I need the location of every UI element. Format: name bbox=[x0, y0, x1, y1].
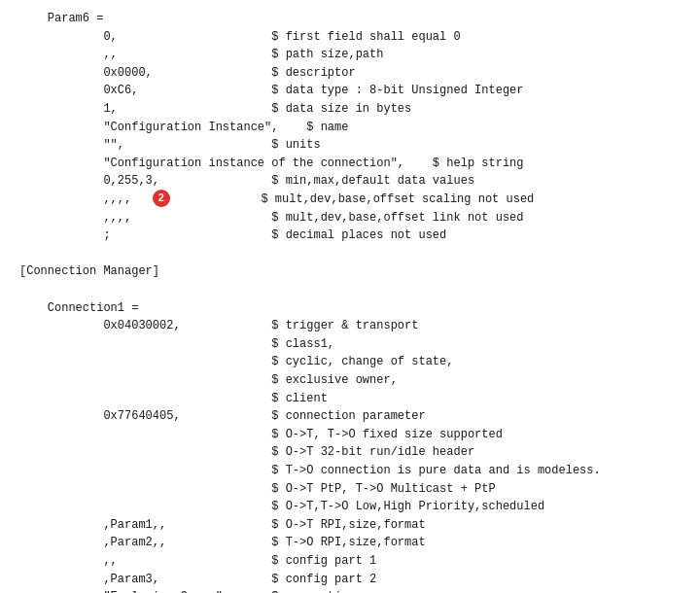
code-line: Param6 = bbox=[19, 10, 681, 28]
code-line: $ O->T,T->O Low,High Priority,scheduled bbox=[19, 498, 681, 516]
code-line: ,Param2,, $ T->O RPI,size,format bbox=[19, 534, 681, 552]
code-line: ; $ decimal places not used bbox=[19, 227, 681, 245]
connection-manager-section: [Connection Manager] Connection1 = 0x040… bbox=[19, 262, 681, 593]
code-line: "Configuration instance of the connectio… bbox=[19, 155, 681, 173]
code-line: 0,255,3, $ min,max,default data values bbox=[19, 172, 681, 191]
blank-line bbox=[19, 245, 681, 263]
code-line: 0x04030002, $ trigger & transport bbox=[19, 317, 681, 335]
code-line: $ T->O connection is pure data and is mo… bbox=[19, 462, 681, 480]
code-line: ,,,, $ mult,dev,base,offset link not use… bbox=[19, 209, 681, 227]
code-line: $ O->T, T->O fixed size supported bbox=[19, 426, 681, 444]
blank-line bbox=[19, 281, 681, 299]
badge-2[interactable]: 2 bbox=[153, 190, 170, 207]
code-line: $ class1, bbox=[19, 335, 681, 354]
code-line: 0, $ first field shall equal 0 bbox=[19, 28, 681, 47]
code-line: "", $ units bbox=[19, 136, 681, 155]
code-line: $ O->T PtP, T->O Multicast + PtP bbox=[19, 480, 681, 499]
code-line: ,,,, 2 $ mult,dev,base,offset scaling no… bbox=[19, 191, 681, 209]
code-line: ,, $ config part 1 bbox=[19, 552, 681, 571]
code-line: 0x0000, $ descriptor bbox=[19, 64, 681, 83]
section-header: [Connection Manager] bbox=[19, 262, 681, 281]
code-line: $ cyclic, change of state, bbox=[19, 353, 681, 371]
code-line: 0x77640405, $ connection parameter bbox=[19, 407, 681, 426]
code-line: 0xC6, $ data type : 8-bit Unsigned Integ… bbox=[19, 82, 681, 100]
code-line: $ O->T 32-bit run/idle header bbox=[19, 443, 681, 462]
code-line: $ client bbox=[19, 390, 681, 408]
code-line: "Exclusive Owner", $ connection name bbox=[19, 588, 681, 593]
param6-block: Param6 = 0, $ first field shall equal 0 … bbox=[19, 10, 681, 245]
code-line: Connection1 = bbox=[19, 299, 681, 318]
code-line: $ exclusive owner, bbox=[19, 371, 681, 390]
code-line: "Configuration Instance", $ name bbox=[19, 119, 681, 137]
code-container: Param6 = 0, $ first field shall equal 0 … bbox=[0, 0, 700, 593]
code-line: 1, $ data size in bytes bbox=[19, 100, 681, 119]
code-line: ,, $ path size,path bbox=[19, 46, 681, 64]
code-line: ,Param1,, $ O->T RPI,size,format bbox=[19, 516, 681, 535]
code-line: ,Param3, $ config part 2 bbox=[19, 571, 681, 589]
